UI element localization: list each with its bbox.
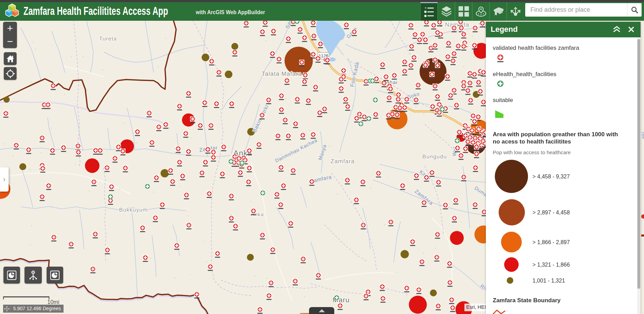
svg-text:> 1,321 - 1,866: > 1,321 - 1,866 (532, 262, 570, 268)
svg-text:Talata Mafara: Talata Mafara (262, 71, 302, 77)
svg-text:Bungudu: Bungudu (422, 154, 447, 159)
svg-text:1,001 - 1,321: 1,001 - 1,321 (532, 278, 565, 284)
svg-text:> 4,458 - 9,327: > 4,458 - 9,327 (532, 174, 570, 179)
svg-text:> 1,866 - 2,897: > 1,866 - 2,897 (532, 239, 570, 245)
svg-text:Bukkuyum: Bukkuyum (119, 207, 148, 213)
svg-text:> 2,897 - 4,458: > 2,897 - 4,458 (532, 210, 570, 215)
svg-text:Tureta: Tureta (99, 36, 117, 41)
svg-text:Zamfara: Zamfara (330, 158, 355, 165)
